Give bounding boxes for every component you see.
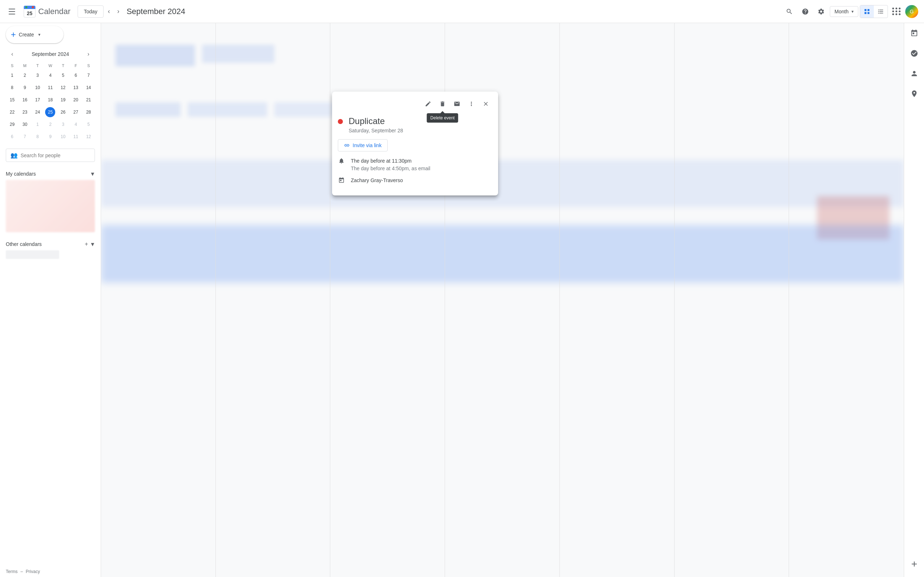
next-period-button[interactable]: › [115,5,122,18]
mini-cal-day[interactable]: 9 [20,82,30,93]
mini-cal-day[interactable]: 26 [58,107,68,117]
mini-cal-day-cell: 9 [18,82,31,94]
email-guests-button[interactable] [451,97,464,110]
create-button[interactable]: + Create ▾ [6,26,63,43]
other-calendars-add-button[interactable]: + [84,239,89,249]
mini-cal-day[interactable]: 5 [58,70,68,81]
delete-button-wrapper: Delete event [436,97,449,110]
bg-event-2 [202,45,274,63]
right-sidebar-task-icon-btn[interactable] [907,46,921,61]
mini-cal-day[interactable]: 13 [71,82,81,93]
current-period-label: September 2024 [127,7,186,16]
mini-cal-day[interactable]: 4 [71,119,81,129]
right-sidebar-people-icon-btn[interactable] [907,66,921,81]
svg-point-6 [25,6,27,8]
mini-cal-day[interactable]: 19 [58,95,68,105]
google-apps-button[interactable] [889,4,904,19]
help-button[interactable] [798,4,813,19]
mini-cal-day[interactable]: 3 [58,119,68,129]
mini-cal-day-cell: 27 [69,106,82,118]
mini-cal-day[interactable]: 23 [20,107,30,117]
mini-cal-day-cell: 22 [6,106,18,118]
mini-cal-day[interactable]: 25 [45,107,55,117]
mini-cal-day[interactable]: 2 [45,119,55,129]
mini-cal-day[interactable]: 10 [32,82,43,93]
mini-cal-day[interactable]: 6 [7,132,17,142]
mini-cal-day[interactable]: 1 [7,70,17,81]
privacy-link[interactable]: Privacy [26,569,40,574]
mini-cal-day[interactable]: 14 [83,82,94,93]
mini-cal-day-cell: 8 [6,82,18,94]
mini-cal-day[interactable]: 28 [83,107,94,117]
mini-cal-day[interactable]: 17 [32,95,43,105]
right-sidebar-calendar-icon-btn[interactable] [907,26,921,40]
mini-calendar-next-button[interactable]: › [83,49,94,59]
mini-cal-day-cell: 7 [18,131,31,143]
edit-event-button[interactable] [422,97,435,110]
mini-cal-day[interactable]: 8 [7,82,17,93]
mini-cal-day[interactable]: 10 [58,132,68,142]
mini-cal-day[interactable]: 7 [20,132,30,142]
event-title: Duplicate [349,116,403,126]
people-search-icon: 👥 [10,152,18,159]
mini-cal-day[interactable]: 22 [7,107,17,117]
grid-view-button[interactable] [860,5,874,18]
today-button[interactable]: Today [78,5,103,18]
my-calendars-label: My calendars [6,171,36,177]
mini-cal-day[interactable]: 12 [83,132,94,142]
right-sidebar-add-button[interactable] [907,557,921,571]
mini-cal-day-cell: 6 [6,131,18,143]
google-calendar-logo[interactable]: 25 Calendar [23,4,70,19]
my-calendars-header[interactable]: My calendars ▾ [6,168,95,180]
mini-cal-day[interactable]: 29 [7,119,17,129]
calendar-main-area: Delete event Duplicate Saturda [101,23,904,577]
right-sidebar-maps-icon-btn[interactable] [907,87,921,101]
prev-period-button[interactable]: ‹ [105,5,113,18]
mini-cal-day[interactable]: 16 [20,95,30,105]
mini-calendar-prev-button[interactable]: ‹ [7,49,17,59]
invite-via-link-button[interactable]: Invite via link [338,139,388,152]
mini-cal-day[interactable]: 18 [45,95,55,105]
mini-cal-day-cell: 5 [82,118,95,131]
mini-cal-day[interactable]: 11 [71,132,81,142]
hamburger-menu-button[interactable] [6,6,18,17]
mini-cal-day[interactable]: 21 [83,95,94,105]
task-view-button[interactable] [874,5,888,18]
mini-cal-day[interactable]: 7 [83,70,94,81]
mini-cal-day[interactable]: 9 [45,132,55,142]
mini-cal-day[interactable]: 8 [32,132,43,142]
mini-cal-day[interactable]: 27 [71,107,81,117]
mini-cal-day[interactable]: 30 [20,119,30,129]
other-calendars-header[interactable]: Other calendars + ▾ [6,238,95,250]
mini-cal-day[interactable]: 3 [32,70,43,81]
mini-cal-day[interactable]: 6 [71,70,81,81]
mini-cal-day-cell: 10 [57,131,69,143]
mini-cal-day[interactable]: 11 [45,82,55,93]
mini-cal-day[interactable]: 20 [71,95,81,105]
mini-cal-day-cell: 12 [82,131,95,143]
other-calendars-toggle[interactable]: ▾ [90,239,95,249]
event-date: Saturday, September 28 [349,128,403,134]
user-avatar[interactable]: G [905,5,918,18]
mini-cal-day-cell: 17 [31,94,44,106]
delete-event-button[interactable] [436,97,449,110]
mini-cal-day[interactable]: 5 [83,119,94,129]
mini-cal-day[interactable]: 24 [32,107,43,117]
search-button[interactable] [782,4,796,19]
other-calendars-label: Other calendars [6,241,42,247]
mini-cal-day[interactable]: 12 [58,82,68,93]
search-people-container[interactable]: 👥 [6,148,95,162]
my-calendars-toggle[interactable]: ▾ [90,169,95,179]
mini-cal-day[interactable]: 2 [20,70,30,81]
settings-button[interactable] [814,4,828,19]
mini-cal-day[interactable]: 4 [45,70,55,81]
more-options-button[interactable] [465,97,478,110]
terms-link[interactable]: Terms [6,569,18,574]
close-popup-button[interactable] [479,97,492,110]
search-people-input[interactable] [21,153,90,158]
mini-cal-day[interactable]: 1 [32,119,43,129]
hamburger-icon [9,9,15,15]
mini-cal-day[interactable]: 15 [7,95,17,105]
view-selector-button[interactable]: Month ▾ [830,6,858,17]
mini-cal-day-cell: 15 [6,94,18,106]
